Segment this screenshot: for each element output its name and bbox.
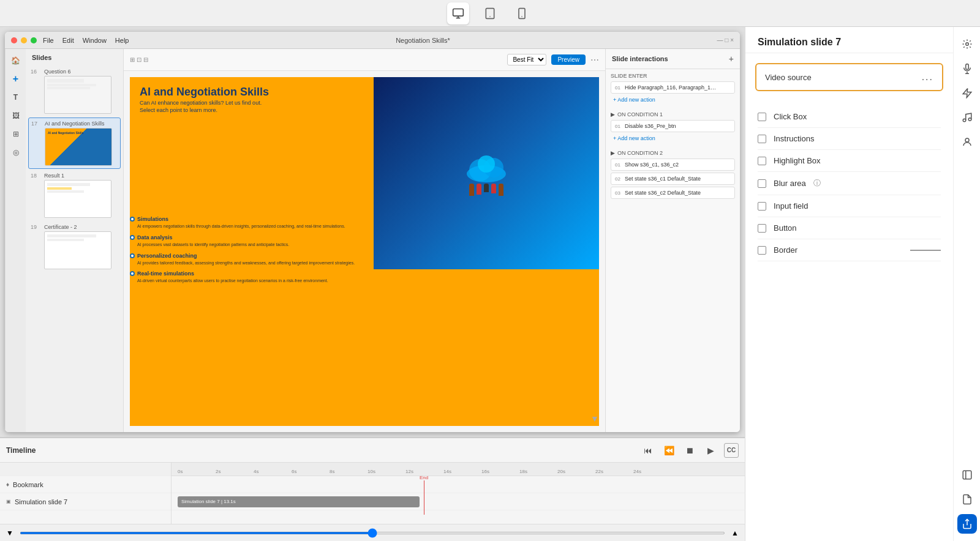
titlebar-right: — □ × (717, 37, 734, 43)
image-icon-btn[interactable]: 🖼 (8, 108, 24, 124)
rs-item-button[interactable]: Button (758, 217, 941, 239)
rs-item-instructions[interactable]: Instructions (758, 128, 941, 150)
plus-icon-btn[interactable]: + (8, 71, 24, 87)
menu-file[interactable]: File (43, 37, 54, 44)
blur-area-checkbox[interactable] (758, 179, 766, 188)
ruler-8s: 8s (330, 469, 368, 474)
add-action-slide-enter[interactable]: + Add new action (611, 95, 658, 104)
stop-button[interactable]: ⏹ (682, 443, 697, 458)
click-box-checkbox[interactable] (758, 113, 766, 121)
play-button[interactable]: ▶ (703, 443, 718, 458)
slide-label-18: Result 1 (44, 173, 111, 179)
highlight-box-checkbox[interactable] (758, 157, 766, 165)
step-back-button[interactable]: ⏪ (662, 443, 676, 458)
action-row-c2-3[interactable]: 03 Set state s36_c2 Default_State (611, 187, 735, 199)
interactions-panel: Slide interactions + Slide Enter 01 Hide… (605, 49, 740, 432)
scrubber-slider[interactable] (20, 532, 725, 534)
svg-rect-16 (963, 471, 971, 479)
ruler-20s: 20s (557, 469, 595, 474)
mic-icon-btn[interactable] (957, 59, 977, 78)
end-marker: End (420, 476, 428, 515)
slides-panel-header: Slides (26, 49, 123, 64)
rs-item-blur-area[interactable]: Blur area ⓘ (758, 172, 941, 195)
timeline-track-area: 0s 2s 4s 6s 8s 10s 12s 14s 16s 18s 20s 2… (172, 463, 745, 524)
timeline-area: Timeline ⏮ ⏪ ⏹ ▶ CC ♦ Bookmark (0, 437, 745, 541)
text-icon-btn[interactable]: T (8, 89, 24, 105)
add-action-c1[interactable]: + Add new action (611, 134, 658, 143)
action-row-c1-1[interactable]: 01 Disable s36_Pre_btn (611, 120, 735, 132)
app-titlebar: File Edit Window Help Negotiation Skills… (5, 32, 740, 49)
slides-list: 16 Question 6 (26, 64, 123, 432)
rs-item-input-field[interactable]: Input field (758, 195, 941, 217)
share-icon-btn[interactable] (957, 514, 977, 534)
button-checkbox[interactable] (758, 224, 766, 233)
desktop-device-button[interactable] (447, 2, 469, 24)
slide-label-17: AI and Negotiation Skills (45, 121, 112, 127)
tablet-device-button[interactable] (479, 2, 501, 24)
menu-help[interactable]: Help (115, 37, 129, 44)
menu-edit[interactable]: Edit (62, 37, 74, 44)
condition-1-section: ▶ ON CONDITION 1 01 Disable s36_Pre_btn … (611, 109, 735, 143)
panel-icon-btn[interactable] (957, 465, 977, 485)
action-row-c2-2[interactable]: 02 Set state s36_c1 Default_State (611, 173, 735, 185)
slide-canvas: AI and Negotiation Skills Can AI enhance… (130, 77, 599, 426)
right-icon-bar (953, 27, 980, 541)
input-field-checkbox[interactable] (758, 202, 766, 211)
condition-2-header[interactable]: ▶ ON CONDITION 2 (611, 147, 735, 159)
rs-header: Simulation slide 7 (745, 27, 953, 53)
video-source-box[interactable]: Video source ... (755, 63, 943, 91)
home-icon-btn[interactable]: 🏠 (8, 53, 24, 69)
ruler-6s: 6s (292, 469, 330, 474)
rs-items-list: Click Box Instructions Highlight Box Blu… (745, 101, 953, 541)
bullet-dot-3 (130, 253, 135, 258)
timeline-labels: ♦ Bookmark ▣ Simulation slide 7 (0, 463, 172, 524)
settings-icon-btn[interactable] (957, 34, 977, 54)
condition-1-header[interactable]: ▶ ON CONDITION 1 (611, 109, 735, 120)
ruler-marks: 0s 2s 4s 6s 8s 10s 12s 14s 16s 18s 20s 2… (172, 469, 671, 474)
bookmark-icon: ♦ (6, 481, 9, 488)
action-row-c2-1[interactable]: 01 Show s36_c1, s36_c2 (611, 159, 735, 171)
scrubber-plus-btn[interactable]: ▲ (731, 529, 739, 537)
bullet-dot-1 (130, 217, 135, 222)
instructions-checkbox[interactable] (758, 135, 766, 143)
rs-item-click-box[interactable]: Click Box (758, 106, 941, 128)
mobile-device-button[interactable] (511, 2, 533, 24)
button-label: Button (774, 223, 797, 233)
slide-item-18[interactable]: 18 Result 1 (28, 170, 121, 220)
preview-button[interactable]: Preview (551, 54, 586, 65)
slide-item-19[interactable]: 19 Certificate - 2 (28, 222, 121, 272)
video-source-menu-button[interactable]: ... (922, 72, 933, 83)
scrubber-minus-btn[interactable]: ▼ (6, 529, 13, 537)
action-row-slide-enter-1[interactable]: 01 Hide Paragraph_116, Paragraph_117, Pa… (611, 81, 735, 94)
rs-item-highlight-box[interactable]: Highlight Box (758, 150, 941, 172)
slide-thumb-18 (44, 180, 111, 218)
slide-item-17[interactable]: 17 AI and Negotiation Skills AI and Nego… (28, 118, 121, 169)
timeline-ruler-label (0, 463, 171, 476)
best-fit-select[interactable]: Best Fit (507, 54, 546, 65)
slides-panel: Slides 16 Question 6 (26, 49, 124, 432)
lightning-icon-btn[interactable] (957, 83, 977, 103)
timeline-header: Timeline ⏮ ⏪ ⏹ ▶ CC (0, 438, 745, 463)
menu-window[interactable]: Window (83, 37, 107, 44)
slide-item-16[interactable]: 16 Question 6 (28, 66, 121, 116)
document-icon-btn[interactable] (957, 490, 977, 509)
rewind-button[interactable]: ⏮ (641, 443, 655, 458)
timeline-body: ♦ Bookmark ▣ Simulation slide 7 0s 2s (0, 463, 745, 524)
circle-icon-btn[interactable]: ◎ (8, 144, 24, 160)
scroll-indicator: ▼ (590, 414, 597, 423)
timeline-bar-sim7[interactable]: Simulation slide 7 | 13.1s (178, 496, 420, 507)
border-checkbox[interactable] (758, 246, 766, 255)
person-icon-btn[interactable] (957, 132, 977, 152)
video-source-label: Video source (765, 73, 812, 82)
layers-icon-btn[interactable]: ⊞ (8, 126, 24, 142)
scrubber-area: ▼ ▲ (0, 524, 745, 541)
rs-item-border[interactable]: Border (758, 239, 941, 261)
bullet-dot-2 (130, 235, 135, 240)
interactions-body: Slide Enter 01 Hide Paragraph_116, Parag… (606, 69, 740, 432)
svg-point-4 (489, 16, 491, 17)
cc-button[interactable]: CC (724, 443, 739, 458)
music-icon-btn[interactable] (957, 108, 977, 127)
app-window: File Edit Window Help Negotiation Skills… (5, 32, 740, 432)
add-interaction-button[interactable]: + (729, 54, 734, 64)
simslide-icon: ▣ (6, 499, 11, 504)
